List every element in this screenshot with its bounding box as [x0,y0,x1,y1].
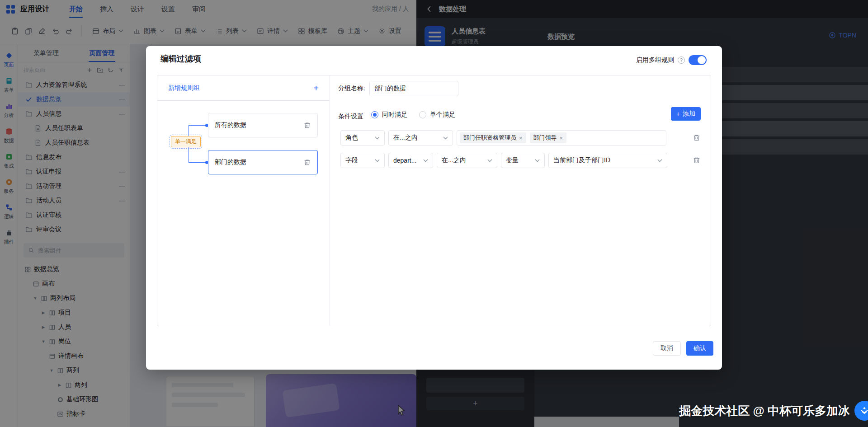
plus-icon[interactable]: + [313,84,319,93]
chevron-down-icon [375,159,380,162]
delete-condition-icon[interactable] [693,134,701,142]
operator-select[interactable]: 在...之内 [437,153,497,168]
dialog-footer: 取消 确认 [653,341,713,356]
radio-match-any[interactable]: 单个满足 [419,111,455,119]
rule-node-label: 部门的数据 [215,158,300,166]
rule-node-department-data[interactable]: 部门的数据 [208,150,318,174]
condition-mode-radios: 同时满足 单个满足 [371,111,455,119]
rule-detail-panel: 分组名称: 条件设置 同时满足 单个满足 + 添加 [330,75,711,326]
field-select[interactable]: depart... [388,153,433,168]
group-name-input[interactable] [369,81,458,96]
value-multiselect[interactable]: 部门任职资格管理员 × 部门领导 × [457,130,666,145]
group-name-label: 分组名称: [338,84,365,93]
radio-label: 单个满足 [430,111,455,119]
select-value: depart... [393,157,416,164]
rule-group-header: 新增规则组 + [157,75,330,101]
field-type-select[interactable]: 角色 [340,130,385,145]
cancel-button[interactable]: 取消 [653,341,681,356]
tag-label: 部门领导 [533,134,557,142]
juejin-logo-icon [854,401,868,421]
rule-group-panel: 新增规则组 + 单一满足 所有的数据 部门的数据 [157,75,330,326]
watermark: 掘金技术社区 @ 中杯可乐多加冰 [679,401,868,421]
multi-rule-toggle[interactable] [689,55,707,65]
multi-rule-control: 启用多组规则 ? [636,55,707,65]
select-value: 在...之内 [442,156,466,164]
chevron-down-icon [375,136,380,140]
radio-label: 同时满足 [382,111,407,119]
condition-label: 条件设置 [338,113,363,121]
value-tag: 部门任职资格管理员 × [460,132,526,143]
confirm-button[interactable]: 确认 [686,341,713,356]
select-value: 角色 [345,134,358,142]
match-mode-badge[interactable]: 单一满足 [171,136,201,147]
chevron-down-icon [657,159,662,162]
field-type-select[interactable]: 字段 [340,153,385,168]
select-value: 变量 [506,156,519,164]
add-rule-group-button[interactable]: 新增规则组 [168,84,200,92]
edit-filter-dialog: 编辑过滤项 启用多组规则 ? 新增规则组 + 单一满足 所有的数据 [146,46,722,370]
screen: 应用设计 开始 插入 设计 设置 审阅 我的应用 / 人 布局 [0,0,868,427]
condition-row: 角色 在...之内 部门任职资格管理员 × 部门领导 [340,130,701,145]
add-condition-button[interactable]: + 添加 [671,107,701,121]
rule-node-label: 所有的数据 [215,121,300,129]
help-icon[interactable]: ? [678,56,685,64]
radio-match-all[interactable]: 同时满足 [371,111,407,119]
add-condition-label: 添加 [683,110,695,118]
remove-tag-icon[interactable]: × [560,135,563,141]
select-value: 字段 [345,156,358,164]
remove-tag-icon[interactable]: × [519,135,523,141]
delete-node-icon[interactable] [303,159,311,166]
chevron-down-icon [423,159,428,162]
variable-select[interactable]: 当前部门及子部门ID [548,153,667,168]
tag-label: 部门任职资格管理员 [463,134,516,142]
radio-dot [419,111,426,118]
condition-row: 字段 depart... 在...之内 变量 [340,153,701,168]
value-tag: 部门领导 × [530,132,567,143]
value-type-select[interactable]: 变量 [501,153,545,168]
multi-rule-label: 启用多组规则 [636,56,674,64]
radio-dot [371,111,378,118]
delete-node-icon[interactable] [303,122,311,129]
select-value: 在...之内 [393,134,418,142]
chevron-down-icon [443,136,448,140]
delete-condition-icon[interactable] [693,156,701,164]
dialog-title: 编辑过滤项 [160,53,201,64]
plus-icon: + [676,110,680,117]
select-value: 当前部门及子部门ID [553,156,610,164]
watermark-text: 掘金技术社区 @ 中杯可乐多加冰 [679,403,850,419]
chevron-down-icon [535,159,540,162]
dialog-body: 新增规则组 + 单一满足 所有的数据 部门的数据 [157,75,711,326]
operator-select[interactable]: 在...之内 [388,130,453,145]
chevron-down-icon [487,159,492,162]
rule-node-all-data[interactable]: 所有的数据 [208,113,318,137]
